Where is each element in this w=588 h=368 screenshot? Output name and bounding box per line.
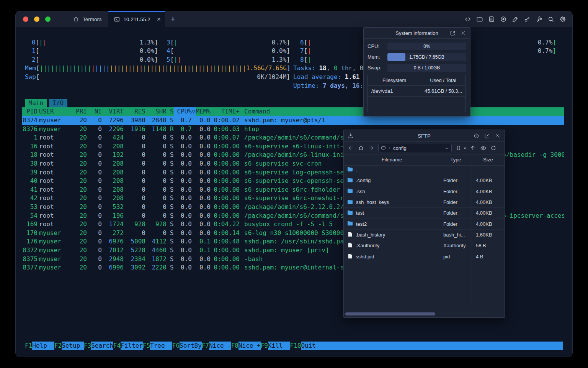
fkey-F4[interactable]: F4Filter (113, 342, 143, 350)
file-row[interactable]: testFolder4.00KB (344, 208, 505, 219)
folder-icon (347, 177, 353, 184)
horizontal-scrollbar[interactable] (345, 312, 435, 315)
file-row[interactable]: .. (344, 164, 505, 175)
sort-arrow-icon: ▽ (192, 107, 196, 116)
col-cpu-sorted[interactable]: CPU% (174, 107, 192, 116)
col-pid[interactable]: PID (22, 107, 38, 116)
sftp-titlebar[interactable]: SFTP (344, 130, 505, 142)
col-time[interactable]: TIME+ (211, 107, 240, 116)
close-tab-icon[interactable]: ✕ (157, 16, 161, 22)
col-ni[interactable]: NI (87, 107, 102, 116)
col-size[interactable]: Size (472, 154, 505, 165)
file-row[interactable]: ssh_host_keysFolder4.00KB (344, 197, 505, 208)
home-icon[interactable] (358, 145, 364, 151)
process-row[interactable]: 8374myuser200729639802840S0.70.00:00.02s… (22, 116, 564, 125)
file-row[interactable]: test2Folder4.00KB (344, 219, 505, 229)
new-tab-button[interactable]: + (167, 13, 179, 25)
file-type: bash_hi... (440, 232, 472, 238)
fkey-F2[interactable]: F2Setup (54, 342, 84, 350)
fkey-F9[interactable]: F9Kill (261, 342, 290, 350)
col-user[interactable]: USER (39, 107, 76, 116)
tab-session-active[interactable]: 10.211.55.2 ✕ (108, 11, 165, 27)
file-type: Folder (440, 177, 472, 183)
file-size: 4.00KB (472, 199, 505, 205)
system-information-panel: System information CPU:0%Mem:1.75GB / 7.… (363, 27, 470, 117)
file-row[interactable]: .XauthorityXauthority58 B (344, 240, 505, 251)
file-row[interactable]: .configFolder4.00KB (344, 175, 505, 186)
tab-label: 10.211.55.2 (124, 16, 150, 22)
traffic-lights (23, 16, 51, 22)
fkey-F7[interactable]: F7Nice - (202, 342, 231, 350)
folder-icon (347, 188, 353, 195)
file-size: 4.00KB (472, 221, 505, 227)
refresh-icon[interactable] (490, 145, 497, 151)
file-type: Folder (440, 199, 472, 205)
edit-icon[interactable] (512, 16, 519, 23)
zoom-window-button[interactable] (45, 16, 51, 22)
close-window-button[interactable] (23, 16, 28, 22)
open-in-window-icon[interactable] (483, 132, 490, 139)
htop-tab-io[interactable]: I/O (49, 99, 67, 108)
settings-gear-icon[interactable] (559, 16, 566, 23)
chevron-down-icon[interactable] (445, 146, 449, 150)
fkey-F5[interactable]: F5Tree (143, 342, 172, 350)
minimize-window-button[interactable] (34, 16, 39, 22)
file-type: Folder (440, 210, 472, 216)
file-row[interactable]: sshd.pidpid4 B (344, 251, 505, 262)
keygen-icon[interactable] (536, 16, 542, 23)
show-hidden-eye-icon[interactable] (480, 145, 487, 151)
col-pri[interactable]: PRI (76, 107, 87, 116)
cpu-meter-column-mid: 3[|0.7%]4[0.0%]5[||1.3%] (167, 38, 290, 64)
bookmark-icon[interactable] (455, 145, 462, 151)
cpu-meter-5: 5[||1.3%] (167, 56, 290, 64)
fs-device: /dev/vda1 (368, 86, 421, 96)
fkey-F8[interactable]: F8Nice + (231, 342, 261, 350)
snippets-icon[interactable] (488, 16, 495, 23)
fkey-F6[interactable]: F6SortBy (172, 342, 202, 350)
folder-icon[interactable] (476, 16, 483, 23)
record-icon[interactable] (500, 16, 507, 23)
file-name: sshd.pid (356, 254, 374, 260)
close-panel-icon[interactable] (460, 30, 467, 36)
file-row[interactable]: .sshFolder4.00KB (344, 186, 505, 197)
tab-termora-home[interactable]: Termora (67, 11, 108, 27)
code-icon[interactable] (464, 16, 471, 23)
fs-col-filesystem: Filesystem (368, 75, 421, 85)
close-panel-icon[interactable] (494, 132, 501, 139)
htop-tab-main[interactable]: Main (25, 99, 47, 108)
up-directory-icon[interactable] (469, 145, 476, 151)
titlebar: Termora 10.211.55.2 ✕ + (16, 11, 572, 27)
fkey-F1[interactable]: F1Help (25, 342, 54, 350)
back-icon[interactable] (347, 145, 354, 151)
folder-icon (347, 210, 353, 217)
col-filename[interactable]: Filename (344, 154, 440, 165)
col-res[interactable]: RES (124, 107, 145, 116)
path-input[interactable]: config (378, 144, 452, 152)
fkey-F3[interactable]: F3Search (84, 342, 113, 350)
file-size: 4.00KB (472, 177, 505, 183)
filesystem-table: Filesystem Used / Total /dev/vda1 45.61G… (368, 75, 466, 112)
fkey-F10[interactable]: F10Quit (290, 342, 563, 350)
sysinfo-meter: CPU:0% (368, 42, 466, 50)
file-row[interactable]: .bash_historybash_hi...1.60KB (344, 230, 505, 240)
download-icon[interactable] (347, 132, 354, 139)
file-type: Xauthority (440, 243, 472, 248)
open-in-window-icon[interactable] (449, 30, 456, 36)
key-icon[interactable] (524, 16, 531, 23)
col-mem[interactable]: MEM% (196, 107, 211, 116)
col-state[interactable]: S (167, 107, 174, 116)
bookmark-dropdown-icon[interactable]: ▾ (464, 146, 466, 150)
htop-view-tabs: Main I/O (25, 99, 67, 108)
forward-icon[interactable] (368, 145, 375, 151)
col-shr[interactable]: SHR (145, 107, 167, 116)
file-size: 4.00KB (472, 189, 505, 194)
sysinfo-titlebar[interactable]: System information (364, 28, 470, 39)
swap-meter: Swp[0K/1024M] (25, 73, 290, 82)
cpu-meter-1: 1[0.0%] (32, 47, 158, 56)
filesystem-row[interactable]: /dev/vda1 45.61GB / 58.3... (368, 86, 465, 97)
search-icon[interactable] (547, 16, 554, 23)
help-icon[interactable] (473, 132, 480, 139)
cpu-meter-4: 4[0.0%] (167, 47, 290, 56)
col-type[interactable]: Type (440, 154, 472, 165)
col-virt[interactable]: VIRT (102, 107, 124, 116)
